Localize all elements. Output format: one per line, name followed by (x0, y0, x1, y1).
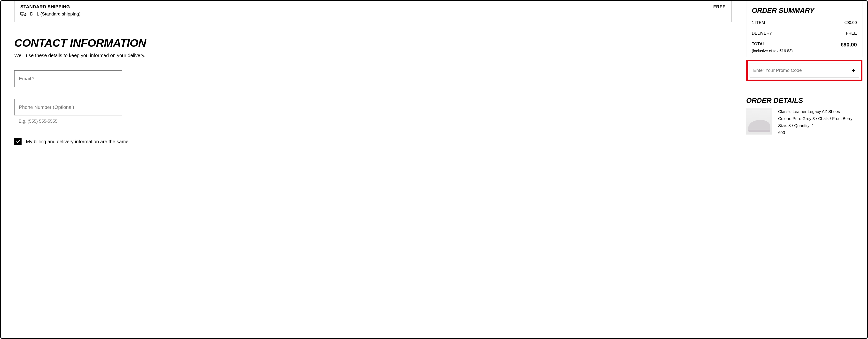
email-field[interactable] (14, 70, 122, 87)
same-billing-label: My billing and delivery information are … (26, 139, 130, 144)
summary-delivery-value: FREE (846, 31, 857, 36)
contact-subtext: We'll use these details to keep you info… (14, 53, 746, 58)
order-item-row: Classic Leather Legacy AZ Shoes Colour: … (746, 108, 862, 136)
product-name: Classic Leather Legacy AZ Shoes (778, 108, 852, 115)
order-details-title: ORDER DETAILS (746, 97, 862, 105)
truck-icon (20, 12, 27, 16)
product-size-qty: Size: 8 / Quantity: 1 (778, 123, 852, 130)
phone-field[interactable] (14, 99, 122, 115)
svg-point-2 (25, 15, 26, 16)
check-icon (16, 139, 20, 144)
shipping-carrier: DHL (Standard shipping) (30, 11, 81, 17)
summary-tax-note: (inclusive of tax €16.83) (752, 49, 857, 53)
shipping-option-title: STANDARD SHIPPING (20, 4, 70, 9)
svg-point-1 (21, 15, 23, 16)
product-price: €90 (778, 130, 852, 136)
phone-hint: E.g. (555) 555-5555 (19, 119, 746, 124)
order-summary-box: ORDER SUMMARY 1 ITEM €90.00 DELIVERY FRE… (746, 1, 862, 57)
same-billing-checkbox[interactable] (14, 138, 22, 145)
plus-icon: + (851, 67, 856, 74)
promo-code-toggle[interactable]: Enter Your Promo Code + (750, 63, 859, 78)
svg-rect-0 (21, 12, 24, 15)
summary-items-label: 1 ITEM (752, 20, 765, 25)
shipping-option-price: FREE (713, 4, 725, 9)
product-thumbnail (746, 108, 772, 135)
product-colour: Colour: Pure Grey 3 / Chalk / Frost Berr… (778, 115, 852, 123)
summary-total-value: €90.00 (841, 42, 857, 48)
promo-placeholder: Enter Your Promo Code (753, 68, 802, 73)
summary-items-value: €90.00 (844, 20, 857, 25)
contact-heading: CONTACT INFORMATION (14, 37, 761, 49)
promo-highlight: Enter Your Promo Code + (746, 60, 862, 81)
order-summary-title: ORDER SUMMARY (752, 6, 857, 14)
summary-delivery-label: DELIVERY (752, 31, 772, 36)
shipping-option-box[interactable]: STANDARD SHIPPING FREE DHL (Standard shi… (14, 1, 732, 22)
